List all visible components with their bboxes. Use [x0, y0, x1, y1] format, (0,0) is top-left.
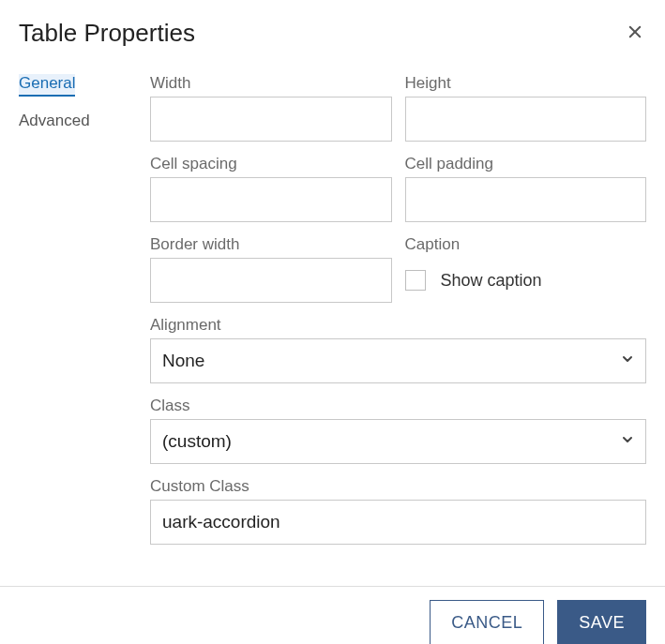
- customclass-input[interactable]: [150, 500, 646, 545]
- caption-label: Caption: [405, 235, 647, 254]
- cancel-button[interactable]: CANCEL: [430, 600, 544, 644]
- save-button[interactable]: SAVE: [557, 600, 646, 644]
- borderwidth-label: Border width: [150, 235, 392, 254]
- height-label: Height: [405, 74, 647, 93]
- cellpadding-label: Cell padding: [405, 155, 647, 173]
- close-icon: [627, 23, 643, 44]
- showcaption-checkbox[interactable]: [405, 270, 426, 291]
- width-label: Width: [150, 74, 392, 93]
- tab-list: General Advanced: [19, 74, 105, 558]
- showcaption-label: Show caption: [441, 271, 542, 291]
- class-value: (custom): [162, 431, 232, 452]
- alignment-value: None: [162, 351, 204, 371]
- cellpadding-input[interactable]: [405, 177, 647, 222]
- class-label: Class: [150, 397, 646, 415]
- height-input[interactable]: [405, 97, 647, 142]
- cellspacing-input[interactable]: [150, 177, 392, 222]
- close-button[interactable]: [624, 22, 646, 45]
- form-panel: Width Height Cell spacing Cell padding: [150, 74, 646, 558]
- dialog-title: Table Properties: [19, 19, 195, 48]
- alignment-select[interactable]: None: [150, 338, 646, 383]
- class-select[interactable]: (custom): [150, 419, 646, 464]
- borderwidth-input[interactable]: [150, 258, 392, 303]
- dialog-body: General Advanced Width Height Cell spaci…: [19, 74, 646, 558]
- dialog-footer: CANCEL SAVE: [0, 587, 665, 644]
- customclass-label: Custom Class: [150, 477, 646, 496]
- width-input[interactable]: [150, 97, 392, 142]
- table-properties-dialog: Table Properties General Advanced Width …: [0, 0, 665, 558]
- dialog-header: Table Properties: [19, 19, 646, 48]
- tab-general[interactable]: General: [19, 74, 75, 97]
- alignment-label: Alignment: [150, 316, 646, 335]
- cellspacing-label: Cell spacing: [150, 155, 392, 173]
- tab-advanced[interactable]: Advanced: [19, 112, 105, 130]
